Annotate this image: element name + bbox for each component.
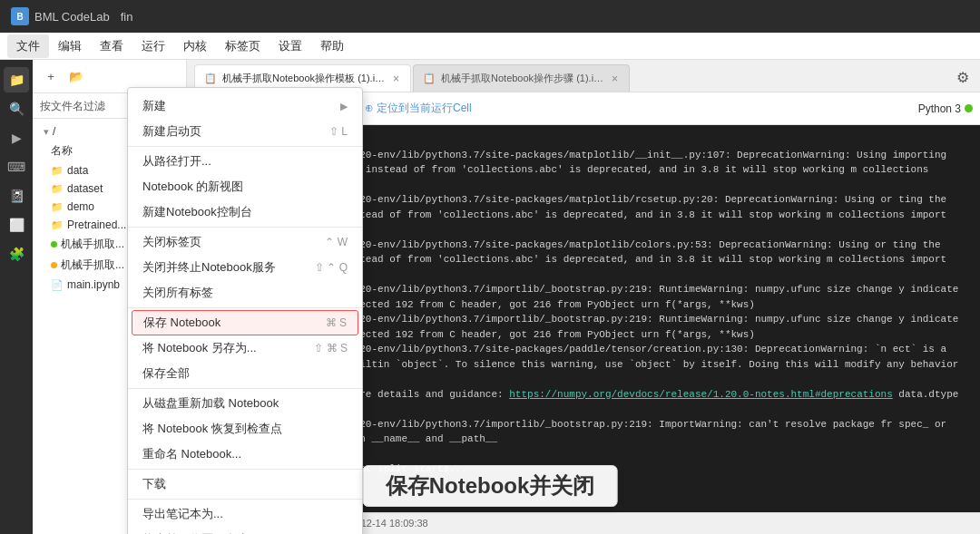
- menu-settings[interactable]: 设置: [270, 34, 311, 58]
- toolbar-right: Python 3: [918, 102, 973, 115]
- sidebar-icon-extensions[interactable]: 🧩: [4, 241, 29, 267]
- app-logo: B BML CodeLab: [11, 7, 110, 25]
- menu-edit[interactable]: 编辑: [49, 34, 91, 58]
- dropdown-section-5: 从磁盘重新加载 Notebook 将 Notebook 恢复到检查点 重命名 N…: [128, 389, 362, 470]
- file-item-demo-label: demo: [67, 200, 94, 213]
- new-console-label: 新建Notebook控制台: [142, 204, 252, 220]
- file-item-data-label: data: [67, 164, 88, 177]
- notebook1-dot: [51, 241, 57, 248]
- reload-label: 从磁盘重新加载 Notebook: [142, 395, 279, 412]
- menu-item-close-stop[interactable]: 关闭并终止Notebook服务 ⇧ ⌃ Q: [128, 255, 362, 280]
- locate-btn[interactable]: ⊕ 定位到当前运行Cell: [358, 97, 479, 121]
- root-label: /: [53, 125, 55, 138]
- dropdown-section-4: 保存 Notebook ⌘ S 将 Notebook 另存为... ⇧ ⌘ S …: [128, 308, 362, 389]
- new-view-label: Notebook 的新视图: [142, 179, 243, 195]
- menu-item-new-view[interactable]: Notebook 的新视图: [128, 174, 362, 199]
- sidebar-icon-search[interactable]: 🔍: [4, 96, 29, 121]
- menu-item-rename[interactable]: 重命名 Notebook...: [128, 442, 362, 467]
- menu-item-open-path[interactable]: 从路径打开...: [128, 149, 362, 174]
- menu-item-new-console[interactable]: 新建Notebook控制台: [128, 199, 362, 225]
- app-icon: B: [11, 7, 29, 25]
- tab1-label: 机械手抓取Notebook操作模板 (1).ipynb: [222, 72, 386, 85]
- sidebar-icon-tabs[interactable]: ⬜: [4, 212, 29, 238]
- menu-item-reload[interactable]: 从磁盘重新加载 Notebook: [128, 391, 362, 416]
- file-item-notebook1-label: 机械手抓取...: [61, 237, 124, 252]
- file-item-dataset-label: dataset: [67, 182, 103, 195]
- file-icon: 📄: [51, 279, 64, 291]
- root-icon: ▾: [44, 126, 49, 138]
- dropdown-section-6: 下载: [128, 470, 362, 500]
- notebook2-dot: [51, 262, 57, 268]
- download-label: 下载: [142, 476, 166, 492]
- title-bar: B BML CodeLab fin: [0, 0, 980, 33]
- tab-notebook2[interactable]: 📋 机械手抓取Notebook操作步骤 (1).ipynb ×: [413, 64, 630, 92]
- menu-run[interactable]: 运行: [132, 34, 174, 58]
- file-filter-label: 按文件名过滤: [40, 100, 105, 112]
- menu-item-restore[interactable]: 将 Notebook 恢复到检查点: [128, 416, 362, 442]
- folder-icon: 📁: [51, 165, 64, 177]
- output-link[interactable]: https://numpy.org/devdocs/release/1.20.0…: [509, 389, 892, 400]
- save-shortcut: ⌘ S: [326, 316, 347, 329]
- sidebar-icons: 📁 🔍 ▶ ⌨ 📓 ⬜ 🧩: [0, 60, 33, 534]
- rename-label: 重命名 Notebook...: [142, 446, 241, 462]
- menu-view[interactable]: 查看: [91, 34, 132, 58]
- save-label: 保存 Notebook: [143, 315, 220, 331]
- dropdown-section-7: 导出笔记本为... 将当前工作区另存为... 保存当前工作区: [128, 500, 362, 534]
- tab1-close[interactable]: ×: [391, 72, 401, 86]
- file-dropdown-menu: 新建 ▶ 新建启动页 ⇧ L 从路径打开... Notebook 的新视图 新建…: [127, 87, 363, 534]
- close-tab-label: 关闭标签页: [142, 234, 201, 250]
- tab2-close[interactable]: ×: [610, 72, 620, 86]
- new-launcher-shortcut: ⇧ L: [329, 125, 348, 138]
- file-item-pretrained-label: Pretrained...: [67, 218, 126, 231]
- python-badge: Python 3: [918, 102, 973, 115]
- menu-bar: 文件 编辑 查看 运行 内核 标签页 设置 帮助: [0, 33, 980, 60]
- tabs-extra: ⚙: [953, 67, 973, 92]
- menu-item-save[interactable]: 保存 Notebook ⌘ S: [132, 310, 358, 335]
- new-folder-btn[interactable]: 📂: [65, 65, 87, 87]
- menu-tabs[interactable]: 标签页: [216, 34, 270, 58]
- close-stop-label: 关闭并终止Notebook服务: [142, 259, 276, 276]
- menu-item-save-all[interactable]: 保存全部: [128, 361, 362, 386]
- main-layout: 📁 🔍 ▶ ⌨ 📓 ⬜ 🧩 + 📂 按文件名过滤 ▾ / 名称 📁: [0, 60, 980, 534]
- sidebar-icon-commands[interactable]: ⌨: [4, 154, 29, 180]
- save-as-label: 将 Notebook 另存为...: [142, 340, 257, 356]
- menu-item-new[interactable]: 新建 ▶: [128, 93, 362, 119]
- menu-item-save-as[interactable]: 将 Notebook 另存为... ⇧ ⌘ S: [128, 335, 362, 361]
- tab2-icon: 📋: [423, 73, 436, 84]
- folder-icon: 📁: [51, 183, 64, 195]
- dropdown-section-2: 从路径打开... Notebook 的新视图 新建Notebook控制台: [128, 147, 362, 228]
- app-name: BML CodeLab: [34, 10, 110, 24]
- menu-item-export[interactable]: 导出笔记本为...: [128, 501, 362, 527]
- export-label: 导出笔记本为...: [142, 506, 223, 522]
- menu-kernel[interactable]: 内核: [174, 34, 216, 58]
- close-stop-shortcut: ⇧ ⌃ Q: [315, 261, 348, 274]
- tabs-extra-icon[interactable]: ⚙: [953, 67, 973, 88]
- menu-item-save-workspace-as[interactable]: 将当前工作区另存为...: [128, 527, 362, 534]
- sidebar-icon-run[interactable]: ▶: [4, 125, 29, 150]
- python-label: Python 3: [918, 102, 961, 115]
- file-item-main-label: main.ipynb: [67, 278, 120, 291]
- menu-item-download[interactable]: 下载: [128, 471, 362, 497]
- sidebar-icon-notebook[interactable]: 📓: [4, 183, 29, 209]
- new-label: 新建: [142, 98, 166, 114]
- menu-item-close-tab[interactable]: 关闭标签页 ⌃ W: [128, 229, 362, 255]
- menu-item-close-all[interactable]: 关闭所有标签: [128, 280, 362, 306]
- close-all-label: 关闭所有标签: [142, 285, 213, 301]
- name-header-label: 名称: [51, 143, 73, 159]
- folder-icon: 📁: [51, 201, 64, 213]
- file-item-notebook2-label: 机械手抓取...: [61, 257, 124, 273]
- kernel-status-dot: [965, 104, 973, 112]
- save-all-label: 保存全部: [142, 365, 190, 382]
- new-arrow: ▶: [340, 101, 348, 112]
- menu-item-new-launcher[interactable]: 新建启动页 ⇧ L: [128, 119, 362, 144]
- tab1-icon: 📋: [204, 73, 217, 84]
- menu-help[interactable]: 帮助: [311, 34, 353, 58]
- tab2-label: 机械手抓取Notebook操作步骤 (1).ipynb: [441, 72, 604, 85]
- new-launcher-label: 新建启动页: [142, 123, 201, 140]
- folder-icon: 📁: [51, 219, 64, 231]
- sidebar-icon-files[interactable]: 📁: [4, 67, 29, 92]
- dropdown-section-3: 关闭标签页 ⌃ W 关闭并终止Notebook服务 ⇧ ⌃ Q 关闭所有标签: [128, 228, 362, 308]
- new-file-btn[interactable]: +: [40, 65, 62, 87]
- menu-file[interactable]: 文件: [7, 34, 49, 58]
- dropdown-section-1: 新建 ▶ 新建启动页 ⇧ L: [128, 92, 362, 147]
